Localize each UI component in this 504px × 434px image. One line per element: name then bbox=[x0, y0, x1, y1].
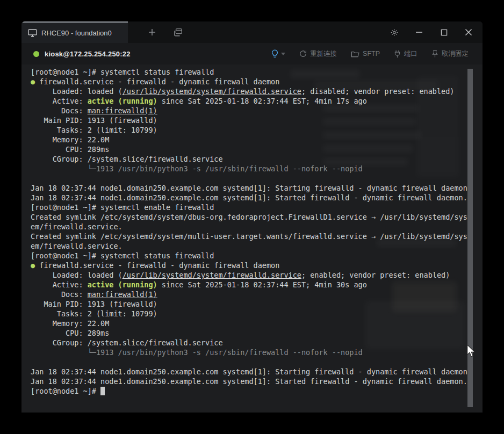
terminal-line: Tasks: 2 (limit: 10799) bbox=[31, 309, 483, 319]
connection-host: kiosk@172.25.254.250:22 bbox=[45, 50, 131, 58]
sftp-label: SFTP bbox=[363, 50, 380, 57]
terminal-line: Created symlink /etc/systemd/system/mult… bbox=[31, 232, 483, 241]
terminal-line: Memory: 22.0M bbox=[31, 135, 483, 144]
tab-title: RHCE90 - foundation0 bbox=[41, 29, 112, 37]
pin-icon bbox=[431, 50, 438, 58]
monitor-icon bbox=[28, 22, 37, 44]
profiles-icon[interactable] bbox=[169, 21, 187, 43]
unpin-button[interactable]: 取消固定 bbox=[431, 49, 469, 59]
terminal-line: └─1913 /usr/bin/python3 -s /usr/sbin/fir… bbox=[31, 164, 483, 173]
maximize-button[interactable] bbox=[440, 28, 448, 37]
titlebar-drag-area bbox=[187, 21, 390, 43]
terminal-line: CGroup: /system.slice/firewalld.service bbox=[31, 154, 483, 164]
terminal-line: em/firewalld.service. bbox=[31, 241, 483, 251]
terminal-line: ● firewalld.service - firewalld - dynami… bbox=[31, 261, 483, 270]
terminal-line: Jan 18 02:37:44 node1.domain250.example.… bbox=[31, 193, 483, 202]
terminal-line: [root@node1 ~]# systemctl enable firewal… bbox=[31, 202, 483, 212]
chevron-down-icon bbox=[281, 53, 285, 55]
terminal-line: CPU: 289ms bbox=[31, 144, 483, 154]
terminal-line: Tasks: 2 (limit: 10799) bbox=[31, 125, 483, 135]
close-button[interactable] bbox=[464, 28, 473, 37]
terminal-line: CGroup: /system.slice/firewalld.service bbox=[31, 338, 483, 348]
terminal-line: └─1913 /usr/bin/python3 -s /usr/sbin/fir… bbox=[31, 348, 483, 357]
unpin-label: 取消固定 bbox=[442, 49, 469, 59]
terminal-window: RHCE90 - foundation0 bbox=[21, 21, 483, 413]
terminal-line bbox=[31, 173, 483, 183]
plug-icon bbox=[394, 50, 401, 58]
tab-bar: RHCE90 - foundation0 bbox=[21, 21, 483, 43]
settings-gear-icon[interactable] bbox=[390, 28, 399, 37]
terminal-line: Memory: 22.0M bbox=[31, 319, 483, 328]
terminal-line: Main PID: 1913 (firewalld) bbox=[31, 115, 483, 125]
folder-icon bbox=[351, 50, 359, 57]
terminal-line: [root@node1 ~]# bbox=[31, 386, 483, 396]
terminal-line: Docs: man:firewalld(1) bbox=[31, 106, 483, 115]
terminal-line: CPU: 289ms bbox=[31, 328, 483, 338]
reconnect-label: 重新连接 bbox=[310, 49, 337, 59]
terminal-line: Active: active (running) since Sat 2025-… bbox=[31, 96, 483, 106]
suggestions-bulb-button[interactable] bbox=[271, 49, 285, 59]
terminal-line: Active: active (running) since Sat 2025-… bbox=[31, 280, 483, 290]
terminal-line: Jan 18 02:37:44 node1.domain250.example.… bbox=[31, 367, 483, 377]
terminal-line bbox=[31, 357, 483, 367]
sftp-button[interactable]: SFTP bbox=[351, 50, 380, 57]
terminal-line: em/firewalld.service. bbox=[31, 222, 483, 232]
terminal-line: Created symlink /etc/systemd/system/dbus… bbox=[31, 212, 483, 222]
ports-button[interactable]: 端口 bbox=[394, 49, 417, 59]
connection-bar: kiosk@172.25.254.250:22 bbox=[21, 43, 483, 64]
terminal-viewport[interactable]: [root@node1 ~]# systemctl status firewal… bbox=[21, 64, 483, 413]
terminal-line: [root@node1 ~]# systemctl status firewal… bbox=[31, 67, 483, 77]
terminal-line: [root@node1 ~]# systemctl status firewal… bbox=[31, 251, 483, 261]
terminal-line: Loaded: loaded (/usr/lib/systemd/system/… bbox=[31, 270, 483, 280]
terminal-line: ● firewalld.service - firewalld - dynami… bbox=[31, 77, 483, 86]
lightbulb-icon bbox=[271, 49, 279, 59]
tab-rhce90[interactable]: RHCE90 - foundation0 bbox=[21, 21, 128, 43]
terminal-line: Loaded: loaded (/usr/lib/systemd/system/… bbox=[31, 86, 483, 96]
terminal-line: Jan 18 02:37:44 node1.domain250.example.… bbox=[31, 183, 483, 193]
connection-status-dot bbox=[33, 51, 39, 57]
ports-label: 端口 bbox=[404, 49, 417, 59]
new-tab-button[interactable] bbox=[143, 21, 161, 43]
refresh-icon bbox=[299, 50, 307, 57]
scrollbar-thumb[interactable] bbox=[467, 69, 473, 407]
terminal-line: Docs: man:firewalld(1) bbox=[31, 290, 483, 299]
terminal-line: Main PID: 1913 (firewalld) bbox=[31, 299, 483, 309]
terminal-line: Jan 18 02:37:44 node1.domain250.example.… bbox=[31, 377, 483, 386]
reconnect-button[interactable]: 重新连接 bbox=[299, 49, 337, 59]
minimize-button[interactable] bbox=[415, 28, 423, 37]
terminal-output: [root@node1 ~]# systemctl status firewal… bbox=[31, 67, 483, 396]
